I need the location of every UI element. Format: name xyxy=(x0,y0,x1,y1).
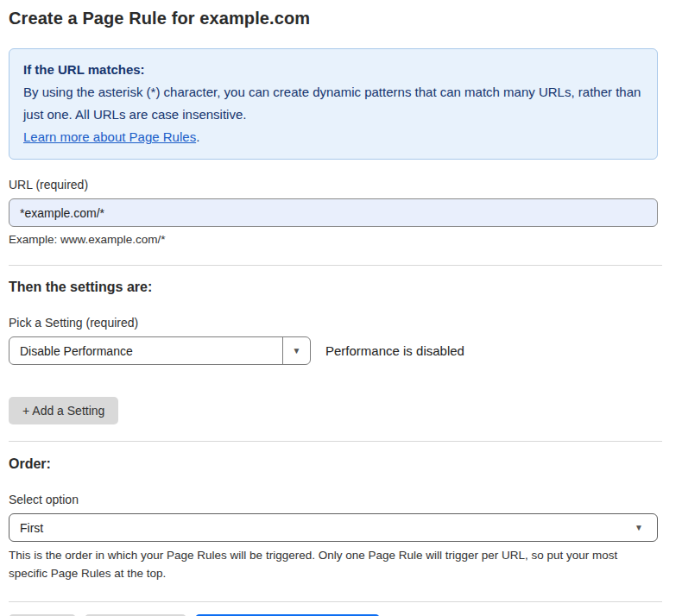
url-example-hint: Example: www.example.com/* xyxy=(9,233,658,246)
order-section-heading: Order: xyxy=(9,456,658,472)
setting-picker-label: Pick a Setting (required) xyxy=(9,316,658,330)
link-suffix: . xyxy=(196,129,199,144)
url-input[interactable] xyxy=(9,198,658,227)
section-divider xyxy=(9,265,662,266)
add-setting-button[interactable]: + Add a Setting xyxy=(9,397,118,424)
setting-picker-row: Disable Performance ▼ Performance is dis… xyxy=(9,336,658,365)
order-select-value: First xyxy=(20,521,43,535)
caret-down-icon: ▼ xyxy=(293,347,301,355)
setting-select-value: Disable Performance xyxy=(9,337,282,364)
learn-more-link[interactable]: Learn more about Page Rules xyxy=(23,129,196,144)
create-page-rule-form: Create a Page Rule for example.com If th… xyxy=(0,0,682,616)
caret-down-icon: ▼ xyxy=(635,524,643,532)
setting-status-text: Performance is disabled xyxy=(325,343,464,358)
footer-divider xyxy=(9,601,662,602)
info-box-body: By using the asterisk (*) character, you… xyxy=(23,85,641,122)
section-divider xyxy=(9,441,662,442)
url-field-label: URL (required) xyxy=(9,178,658,192)
page-title: Create a Page Rule for example.com xyxy=(9,9,658,28)
order-select-dropdown[interactable]: First ▼ xyxy=(9,513,658,542)
order-help-text: This is the order in which your Page Rul… xyxy=(9,547,658,583)
url-matches-info-box: If the URL matches: By using the asteris… xyxy=(9,48,658,160)
setting-select-dropdown[interactable]: Disable Performance ▼ xyxy=(9,336,311,365)
order-select-label: Select option xyxy=(9,493,658,506)
info-box-heading: If the URL matches: xyxy=(23,59,643,81)
settings-section-heading: Then the settings are: xyxy=(9,280,658,295)
setting-select-arrow-button[interactable]: ▼ xyxy=(282,337,310,364)
